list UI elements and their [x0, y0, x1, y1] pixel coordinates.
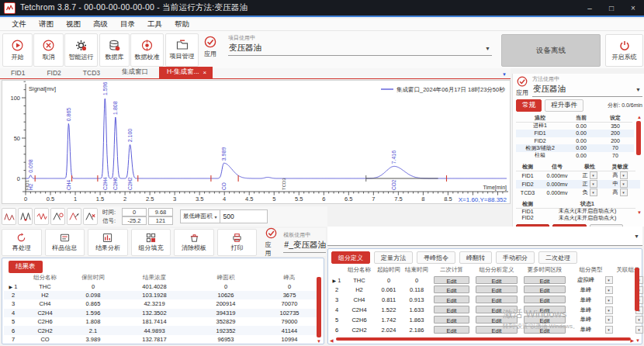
- related-component-select[interactable]: ▾: [633, 316, 643, 324]
- chevron-down-icon[interactable]: ▾: [605, 326, 613, 334]
- detector-sensitivity-select[interactable]: 高▾: [604, 171, 635, 179]
- secondary-calc-edit-button[interactable]: Edit: [434, 306, 469, 313]
- detector-sensitivity-select[interactable]: 高▾: [604, 189, 635, 196]
- temp-scroll-up-icon[interactable]: ▲: [637, 115, 642, 119]
- project-manage-button[interactable]: 项目管理: [165, 33, 199, 67]
- time-zone-edit-button[interactable]: Edit: [524, 316, 566, 324]
- results-scroll-down-icon[interactable]: ▼: [317, 339, 321, 344]
- menu-item-5[interactable]: 工具: [142, 19, 168, 30]
- chevron-down-icon[interactable]: ▾: [605, 276, 613, 284]
- tab-close-icon[interactable]: ×: [203, 69, 207, 76]
- peak-tool-icon-2[interactable]: [18, 208, 33, 225]
- smart-run-button[interactable]: 智能运行: [64, 33, 98, 67]
- component-hscrollbar[interactable]: [336, 337, 631, 341]
- detector-polarity-select[interactable]: 正▾: [575, 171, 604, 179]
- component-row-0[interactable]: ▶ 1THC00EditEditEdit虚拟峰▾▾: [330, 275, 637, 285]
- secondary-calc-edit-button[interactable]: Edit: [434, 326, 469, 334]
- peak-tool-icon-3[interactable]: [34, 208, 49, 225]
- time-to-field[interactable]: 9.68: [148, 208, 173, 216]
- component-type-select[interactable]: ▾: [603, 296, 613, 304]
- component-type-select[interactable]: ▾: [603, 306, 613, 314]
- chevron-down-icon[interactable]: ▾: [605, 306, 613, 314]
- analysis-def-edit-button[interactable]: Edit: [476, 326, 518, 334]
- reprocess-button[interactable]: 再处理: [2, 229, 42, 256]
- chevron-down-icon[interactable]: ▾: [605, 316, 613, 324]
- menu-item-1[interactable]: 谱图: [33, 19, 59, 30]
- hscroll-right-icon[interactable]: ▶: [630, 337, 634, 343]
- menu-item-3[interactable]: 高级: [88, 19, 113, 30]
- chevron-down-icon[interactable]: ▼: [634, 87, 642, 92]
- method-apply-button[interactable]: 应用: [516, 76, 528, 97]
- time-zone-edit-button[interactable]: Edit: [524, 326, 566, 334]
- time-zone-edit-button[interactable]: Edit: [524, 276, 566, 284]
- chevron-down-icon[interactable]: ▾: [605, 296, 613, 304]
- temp-row-3[interactable]: 检测3/辅助20.0070: [516, 144, 634, 152]
- peak-tool-icon-5[interactable]: [67, 208, 81, 225]
- print-button[interactable]: 打印: [217, 229, 258, 256]
- tab-2[interactable]: TCD3: [72, 68, 111, 78]
- minimize-button[interactable]: –: [579, 0, 601, 16]
- component-tab-5[interactable]: 二次处理: [538, 251, 577, 264]
- component-fill-button[interactable]: 组分填充: [131, 229, 171, 256]
- result-analysis-button[interactable]: 结果分析: [88, 229, 128, 256]
- hscroll-left-icon[interactable]: ◀: [330, 337, 334, 343]
- chevron-down-icon[interactable]: ▼: [483, 46, 492, 51]
- tab-general[interactable]: 常规: [516, 99, 542, 112]
- component-row-4[interactable]: 5C2H61.7421.863EditEditEdit单峰▾▾: [330, 315, 637, 325]
- menu-item-0[interactable]: 文件: [6, 19, 32, 30]
- component-row-1[interactable]: 2H20.0610.118EditEditEdit单峰▾▾: [330, 285, 637, 296]
- analysis-def-edit-button[interactable]: Edit: [476, 285, 518, 293]
- peak-tool-icon-1[interactable]: [2, 208, 16, 225]
- calibration-button[interactable]: 数据校准: [130, 33, 164, 67]
- template-apply-button[interactable]: 应用: [265, 227, 277, 258]
- clear-template-button[interactable]: 清除模板: [174, 229, 214, 256]
- component-scroll-down-icon[interactable]: ▼: [635, 338, 640, 343]
- chevron-down-icon[interactable]: ▾: [620, 189, 628, 196]
- tab-4[interactable]: H-集成窗...×: [159, 67, 213, 78]
- signal-from-field[interactable]: -25.2: [122, 216, 147, 225]
- temp-vscrollbar[interactable]: [636, 121, 641, 155]
- detector-row-1[interactable]: FID20.000mv正▾中▾: [516, 180, 640, 189]
- menu-item-4[interactable]: 目录: [115, 19, 140, 30]
- analysis-def-edit-button[interactable]: Edit: [476, 306, 518, 313]
- time-from-field[interactable]: 0: [122, 208, 147, 216]
- secondary-calc-edit-button[interactable]: Edit: [434, 276, 469, 284]
- component-type-select[interactable]: ▾: [603, 286, 613, 294]
- power-on-button[interactable]: 开启系统: [605, 34, 643, 67]
- device-offline-button[interactable]: 设备离线: [501, 34, 601, 67]
- time-zone-edit-button[interactable]: Edit: [524, 306, 566, 313]
- close-button[interactable]: ×: [622, 0, 644, 16]
- temp-row-0[interactable]: 进样10.00350: [516, 123, 634, 130]
- min-peak-area-select[interactable]: 最低峰面积▾: [180, 209, 220, 223]
- tab-0[interactable]: FID1: [0, 68, 36, 78]
- temp-row-1[interactable]: FID10.00200: [516, 130, 634, 137]
- project-combo[interactable]: 项目使用中 变压器油 ▼: [228, 34, 492, 56]
- results-row-4[interactable]: 5C2H61.808181.741435282979000: [4, 317, 317, 326]
- results-row-0[interactable]: ▶ 1THC0401.402800: [4, 282, 317, 290]
- component-row-2[interactable]: 3CH40.8110.913EditEditEdit单峰▾▾: [330, 295, 637, 305]
- start-button[interactable]: 开始: [2, 33, 33, 67]
- detector-polarity-select[interactable]: 负▾: [575, 189, 604, 196]
- component-tab-0[interactable]: 组分定义: [331, 251, 370, 264]
- component-type-select[interactable]: ▾: [603, 326, 613, 334]
- chevron-down-icon[interactable]: ▾: [635, 316, 643, 324]
- analysis-def-edit-button[interactable]: Edit: [476, 316, 518, 324]
- tab-1[interactable]: FID2: [36, 68, 71, 78]
- signal-to-field[interactable]: 121: [148, 216, 173, 225]
- secondary-calc-edit-button[interactable]: Edit: [434, 296, 469, 303]
- status-scroll-down-icon[interactable]: ▼: [637, 210, 642, 215]
- chevron-down-icon[interactable]: ▾: [590, 180, 597, 188]
- min-peak-area-input[interactable]: 500: [220, 209, 268, 223]
- cancel-button[interactable]: 取消: [33, 33, 64, 67]
- sample-info-button[interactable]: 样品信息: [45, 229, 85, 256]
- results-row-3[interactable]: 4C2H41.596132.3502394319102735: [4, 309, 317, 317]
- tab-3[interactable]: 集成窗口: [111, 67, 159, 78]
- results-vscrollbar[interactable]: [317, 277, 321, 337]
- results-row-1[interactable]: 2H20.098103.1928106263675: [4, 291, 317, 299]
- template-combo[interactable]: 模板使用中 #_变压器油: [283, 231, 326, 253]
- chevron-down-icon[interactable]: ▾: [620, 171, 628, 179]
- component-row-5[interactable]: 6C2H22.0242.186EditEditEdit单峰▾▾: [330, 325, 637, 335]
- component-tab-4[interactable]: 手动积分: [496, 251, 535, 264]
- related-component-select[interactable]: ▾: [633, 326, 643, 334]
- menu-item-6[interactable]: 帮助: [169, 19, 195, 30]
